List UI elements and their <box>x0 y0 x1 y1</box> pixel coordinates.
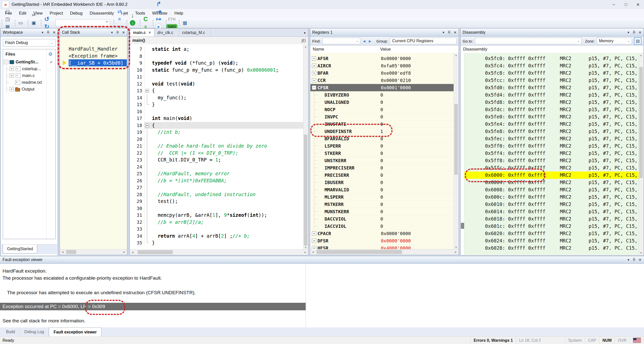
fold-marker[interactable] <box>144 184 150 191</box>
output-tab[interactable]: Build <box>2 327 20 336</box>
fold-marker[interactable] <box>144 122 150 129</box>
board-config-button[interactable]: ▦ <box>181 19 189 27</box>
tree-expander-icon[interactable]: + <box>10 73 14 78</box>
fold-marker[interactable] <box>144 233 150 240</box>
gear-icon[interactable]: ⚙ <box>48 51 53 57</box>
registers-find-combobox[interactable]: ⌄ <box>323 38 360 44</box>
register-row[interactable]: MUNSTKERR 0 <box>310 208 454 215</box>
tree-expander-icon[interactable]: − <box>4 60 8 64</box>
menu-item[interactable]: Edit <box>15 9 30 18</box>
scroll-down-icon[interactable]: ▼ <box>454 245 458 249</box>
registers-hscrollbar[interactable]: ◄ ► <box>310 249 458 254</box>
menu-item[interactable]: Disassembly <box>86 9 117 18</box>
tree-item-output[interactable]: + Output <box>3 86 55 93</box>
tab-close-icon[interactable]: ✕ <box>148 31 151 34</box>
function-list-icon[interactable]: f() <box>302 38 306 43</box>
register-row[interactable]: + DFSR 0x0000'0000 <box>310 237 454 244</box>
register-row[interactable]: MSTKERR 0 <box>310 201 454 208</box>
reset-c-button[interactable]: C <box>142 15 149 23</box>
fold-marker[interactable] <box>144 198 150 205</box>
fold-marker[interactable] <box>144 163 150 170</box>
register-row[interactable]: DIVBYZERO 0 <box>310 91 454 99</box>
disassembly-row[interactable]: 0x5ffc: 0xffff 0xffff MRC2 p15, #7, PC, … <box>461 164 639 171</box>
step-out-button[interactable]: ↱ <box>155 0 163 8</box>
panel-menu-icon[interactable]: ▼ <box>442 31 445 34</box>
editor-hscrollbar[interactable]: ◄ ► <box>130 249 308 255</box>
editor-tab[interactable]: main.c✕ <box>130 28 154 36</box>
scroll-down-icon[interactable]: ▼ <box>303 245 308 250</box>
disassembly-row[interactable]: 0x6018: 0xffff 0xffff MRC2 p15, #7, PC, … <box>461 215 639 223</box>
fault-location-bar[interactable]: Exception occurred at PC = 0x6000, LR = … <box>0 303 306 310</box>
scroll-right-icon[interactable]: ► <box>122 249 127 254</box>
new-file-button[interactable]: ▢ <box>4 8 11 15</box>
fold-marker[interactable] <box>144 170 150 177</box>
find-previous-button[interactable]: ◄ <box>362 39 366 43</box>
disassembly-row[interactable]: 0x6024: 0xffff 0xffff MRC2 p15, #7, PC, … <box>461 237 639 244</box>
close-icon[interactable]: ✕ <box>638 31 641 34</box>
expander-icon[interactable]: + <box>312 239 316 243</box>
scroll-up-icon[interactable]: ▲ <box>639 53 643 57</box>
etm-button[interactable]: ETM <box>168 15 176 23</box>
register-row[interactable]: INVSTATE 0 <box>310 120 454 128</box>
download-button[interactable]: ↓ <box>129 12 136 19</box>
pin-icon[interactable] <box>448 31 451 34</box>
register-group-combobox[interactable]: Current CPU Registers <box>390 38 457 44</box>
register-row[interactable]: + CCR 0x0000'0210 <box>310 77 454 84</box>
fold-marker[interactable] <box>144 115 150 122</box>
scrollbar-thumb[interactable] <box>304 135 307 245</box>
register-row[interactable]: MMARVALID 0 <box>310 186 454 193</box>
register-row[interactable]: UNDEFINSTR 1 <box>310 128 454 135</box>
keyboard-layout-flag-icon[interactable] <box>633 338 641 343</box>
goto-button[interactable]: ⇄ <box>116 8 123 15</box>
fold-marker[interactable] <box>144 46 150 53</box>
pin-icon[interactable] <box>633 31 635 34</box>
disassembly-row[interactable]: 0x6020: 0xffff 0xffff MRC2 p15, #7, PC, … <box>461 230 639 237</box>
registers-vscrollbar[interactable]: ▲ ▼ <box>454 53 458 249</box>
fold-marker[interactable] <box>144 177 150 184</box>
fold-marker[interactable] <box>144 101 150 108</box>
disassembly-row[interactable]: 0x6008: 0xffff 0xffff MRC2 p15, #7, PC, … <box>461 186 639 193</box>
configuration-selector[interactable]: Flash Debug ⌄ <box>3 39 56 47</box>
disassembly-row[interactable]: 0x600c: 0xffff 0xffff MRC2 p15, #7, PC, … <box>461 193 639 201</box>
tree-item-gettingstarted[interactable]: − GettingSt... ✓ <box>3 59 55 65</box>
disassembly-row[interactable]: 0x5fdc: 0xffff 0xffff MRC2 p15, #7, PC, … <box>461 106 639 113</box>
register-row[interactable]: + HFSR 0x4000'0000 <box>310 244 454 249</box>
expander-icon[interactable]: + <box>312 246 316 250</box>
expander-icon[interactable]: + <box>312 64 316 68</box>
tab-list-dropdown-icon[interactable]: ▼ <box>303 31 306 34</box>
expander-icon[interactable]: − <box>312 85 316 90</box>
disassembly-row[interactable]: 0x5fe8: 0xffff 0xffff MRC2 p15, #7, PC, … <box>461 128 639 135</box>
tree-expander-icon[interactable]: + <box>10 67 14 71</box>
tree-expander-icon[interactable] <box>10 80 13 84</box>
fold-marker[interactable] <box>144 53 150 60</box>
register-row[interactable]: UNSTKERR 0 <box>310 157 454 164</box>
fold-marker[interactable] <box>144 226 150 233</box>
register-row[interactable]: + CPACR 0x0000'0000 <box>310 230 454 237</box>
call-stack-hscrollbar[interactable]: ◄ ► <box>60 249 127 254</box>
register-row[interactable]: STKERR 0 <box>310 150 454 157</box>
scroll-right-icon[interactable]: ► <box>453 249 458 254</box>
disassembly-row[interactable]: 0x5fec: 0xffff 0xffff MRC2 p15, #7, PC, … <box>461 135 639 142</box>
panel-menu-icon[interactable]: ▼ <box>627 259 630 261</box>
scroll-up-icon[interactable]: ▲ <box>454 53 458 57</box>
disassembly-row[interactable]: 0x601c: 0xffff 0xffff MRC2 p15, #7, PC, … <box>461 223 639 230</box>
call-stack-frame[interactable]: <Exception frame> <box>60 52 127 59</box>
disassembly-row[interactable]: 0x5fc4: 0xffff 0xffff MRC2 p15, #7, PC, … <box>461 62 639 69</box>
fold-marker[interactable] <box>144 80 150 88</box>
find-next-button[interactable]: ► <box>368 39 372 43</box>
expander-icon[interactable]: + <box>312 56 316 61</box>
register-row[interactable]: INVPC 0 <box>310 113 454 120</box>
fold-marker[interactable] <box>144 87 150 94</box>
disassembly-row[interactable]: 0x6028: 0xffff 0xffff MRC2 p15. #7. PC. … <box>461 244 639 252</box>
expander-icon[interactable]: + <box>312 71 316 75</box>
register-row[interactable]: IACCVIOL 0 <box>310 223 454 230</box>
fold-marker[interactable] <box>144 150 150 157</box>
scrollbar-thumb[interactable] <box>454 104 458 175</box>
disassembly-row[interactable]: 0x6010: 0xffff 0xffff MRC2 p15, #7, PC, … <box>461 201 639 208</box>
disassembly-row[interactable]: 0x5ff4: 0xffff 0xffff MRC2 p15, #7, PC, … <box>461 150 639 157</box>
close-icon[interactable]: ✕ <box>122 31 125 34</box>
output-tab[interactable]: Debug Log <box>20 327 49 336</box>
pin-icon[interactable] <box>47 31 50 34</box>
fold-marker[interactable] <box>144 191 150 198</box>
register-row[interactable]: IMPRECISERR 0 <box>310 164 454 171</box>
